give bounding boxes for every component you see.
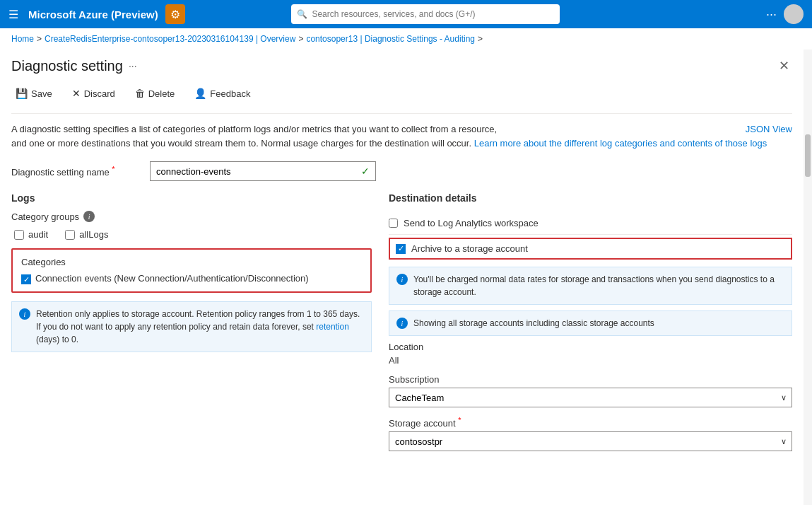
connection-events-label: Connection events (New Connection/Authen… [35, 273, 309, 284]
delete-label: Delete [148, 88, 175, 99]
main-content: Diagnostic setting ··· ✕ 💾 Save ✕ Discar… [0, 50, 804, 505]
archive-storage-label: Archive to a storage account [411, 243, 528, 254]
search-icon: 🔍 [297, 9, 307, 19]
save-label: Save [31, 88, 52, 99]
location-value: All [389, 355, 792, 366]
connection-events-checkbox[interactable]: ✓ [21, 274, 31, 284]
nav-more-icon[interactable]: ··· [766, 7, 777, 22]
top-navbar: ☰ Microsoft Azure (Preview) ⚙ 🔍 ··· [0, 0, 812, 28]
retention-info-icon: i [19, 308, 30, 320]
archive-storage-box: ✓ Archive to a storage account [389, 238, 792, 260]
nav-right: ··· [766, 4, 804, 24]
category-groups-checkboxes: audit allLogs [14, 229, 372, 240]
category-groups-info-icon[interactable]: i [83, 211, 95, 222]
charge-info-icon: i [396, 274, 408, 285]
logs-section: Logs Category groups i audit allLogs [11, 192, 372, 460]
categories-title: Categories [21, 257, 362, 267]
retention-link[interactable]: retention [316, 322, 349, 332]
hamburger-icon[interactable]: ☰ [8, 8, 18, 21]
destination-section: Destination details Send to Log Analytic… [389, 192, 792, 460]
audit-label: audit [28, 229, 48, 240]
save-icon: 💾 [16, 88, 28, 99]
archive-storage-item: ✓ Archive to a storage account [396, 243, 785, 254]
connection-events-item[interactable]: ✓ Connection events (New Connection/Auth… [21, 273, 362, 284]
storage-account-select[interactable]: contosostpr [389, 431, 792, 451]
destination-title: Destination details [389, 192, 792, 204]
charge-info-box: i You'll be charged normal data rates fo… [389, 267, 792, 305]
toolbar: 💾 Save ✕ Discard 🗑 Delete 👤 Feedback [11, 85, 792, 114]
classic-info-box: i Showing all storage accounts including… [389, 310, 792, 336]
category-groups-row: Category groups i [11, 211, 372, 222]
charge-info-text: You'll be charged normal data rates for … [413, 273, 784, 298]
json-view-link[interactable]: JSON View [746, 122, 792, 137]
description-area: JSON View A diagnostic setting specifies… [11, 122, 792, 150]
check-icon: ✓ [361, 166, 370, 177]
delete-icon: 🗑 [135, 88, 145, 99]
classic-info-text: Showing all storage accounts including c… [413, 317, 654, 330]
all-logs-checkbox[interactable] [65, 230, 75, 240]
log-analytics-item: Send to Log Analytics workspace [389, 212, 792, 235]
feedback-icon: 👤 [194, 88, 206, 99]
all-logs-checkbox-item[interactable]: allLogs [65, 229, 108, 240]
all-logs-label: allLogs [79, 229, 108, 240]
diagnostic-name-row: Diagnostic setting name * ✓ [11, 161, 792, 181]
azure-icon: ⚙ [165, 4, 185, 24]
audit-checkbox-item[interactable]: audit [14, 229, 48, 240]
categories-box: Categories ✓ Connection events (New Conn… [11, 248, 372, 293]
search-input[interactable] [312, 9, 554, 19]
scroll-thumb[interactable] [805, 134, 811, 177]
breadcrumb-resource[interactable]: CreateRedisEnterprise-contosoper13-20230… [45, 34, 295, 44]
diagnostic-name-label: Diagnostic setting name * [11, 165, 139, 178]
storage-account-select-wrapper: contosostpr [389, 431, 792, 451]
save-button[interactable]: 💾 Save [11, 85, 57, 102]
delete-button[interactable]: 🗑 Delete [131, 85, 180, 102]
subscription-group: Subscription CacheTeam [389, 374, 792, 407]
avatar[interactable] [784, 4, 804, 24]
subscription-select-wrapper: CacheTeam [389, 388, 792, 407]
location-label: Location [389, 342, 792, 352]
main-scroll-container: Diagnostic setting ··· ✕ 💾 Save ✕ Discar… [0, 50, 812, 505]
storage-account-group: Storage account * contosostpr [389, 416, 792, 451]
audit-checkbox[interactable] [14, 230, 24, 240]
scrollbar[interactable] [804, 50, 812, 505]
retention-info-text: Retention only applies to storage accoun… [36, 308, 364, 346]
app-title: Microsoft Azure (Preview) [28, 8, 158, 21]
description-text1: A diagnostic setting specifies a list of… [11, 124, 497, 134]
log-analytics-checkbox[interactable] [389, 219, 398, 228]
discard-label: Discard [84, 88, 115, 99]
subscription-select[interactable]: CacheTeam [389, 388, 792, 407]
storage-account-label: Storage account * [389, 416, 792, 429]
log-analytics-label: Send to Log Analytics workspace [404, 218, 539, 228]
close-button[interactable]: ✕ [776, 55, 792, 76]
discard-button[interactable]: ✕ Discard [68, 85, 119, 102]
breadcrumb-diagnostic-settings[interactable]: contosoper13 | Diagnostic Settings - Aud… [306, 34, 475, 44]
diagnostic-name-input-wrapper: ✓ [150, 161, 376, 181]
two-column-layout: Logs Category groups i audit allLogs [11, 192, 792, 460]
subscription-label: Subscription [389, 374, 792, 385]
description-text2: and one or more destinations that you wo… [11, 138, 471, 149]
location-group: Location All [389, 342, 792, 366]
retention-info-box: i Retention only applies to storage acco… [11, 301, 372, 352]
page-title: Diagnostic setting [11, 58, 123, 74]
breadcrumb-home[interactable]: Home [11, 34, 34, 44]
diagnostic-name-input[interactable] [156, 166, 361, 177]
discard-icon: ✕ [72, 88, 81, 99]
page-ellipsis[interactable]: ··· [129, 60, 137, 71]
learn-more-link[interactable]: Learn more about the different log categ… [474, 138, 767, 149]
category-groups-label: Category groups [11, 211, 79, 222]
feedback-button[interactable]: 👤 Feedback [190, 85, 254, 102]
archive-storage-checkbox[interactable]: ✓ [396, 244, 406, 254]
search-bar[interactable]: 🔍 [291, 4, 560, 24]
breadcrumb: Home > CreateRedisEnterprise-contosoper1… [0, 28, 812, 50]
logs-title: Logs [11, 192, 372, 204]
feedback-label: Feedback [210, 88, 250, 99]
classic-info-icon: i [396, 318, 408, 329]
page-header: Diagnostic setting ··· ✕ [11, 50, 792, 85]
